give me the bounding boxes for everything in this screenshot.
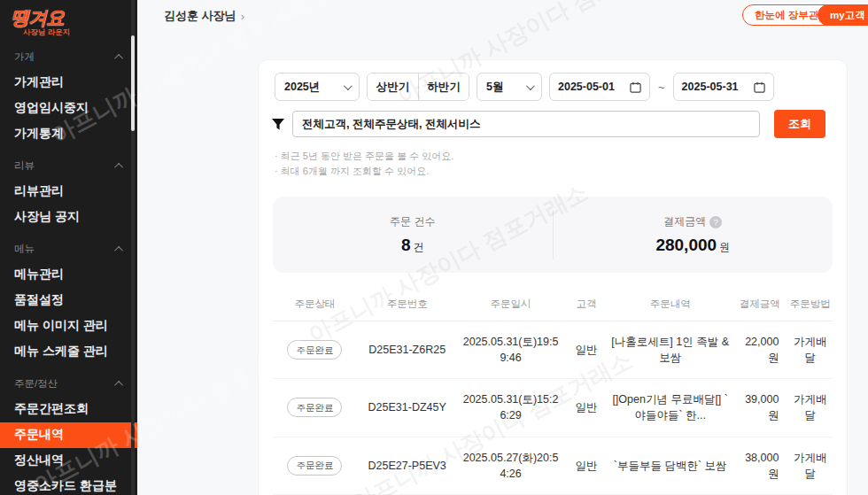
order-count-unit: 건 — [414, 241, 424, 253]
year-select[interactable]: 2025년 — [275, 73, 360, 101]
col-number: 주문번호 — [357, 289, 458, 321]
first-half-button[interactable]: 상반기 — [368, 73, 418, 100]
chevron-up-icon — [114, 380, 123, 389]
sidebar-item-order-quick-lookup[interactable]: 주문간편조회 — [0, 397, 137, 422]
chevron-down-icon — [526, 81, 535, 90]
nav-section-menu[interactable]: 메뉴 — [14, 243, 123, 256]
table-row[interactable]: 주문완료 D25E31-DZ45Y 2025.05.31(토)15:26:29 … — [273, 379, 833, 437]
date-range-tilde: ~ — [658, 81, 665, 94]
order-amount: 39,000원 — [732, 379, 787, 437]
order-method: 가게배달 — [787, 379, 833, 437]
brand-logo: 땡겨요 사장님 라운지 — [0, 0, 137, 36]
condition-filter-row: 조회 — [271, 110, 825, 138]
sidebar-item-soldout-setting[interactable]: 품절설정 — [0, 288, 137, 313]
sidebar-item-pause-business[interactable]: 영업임시중지 — [0, 96, 137, 121]
status-badge: 주문완료 — [287, 340, 342, 360]
date-to-value: 2025-05-31 — [682, 81, 739, 93]
order-count-value: 8건 — [401, 236, 424, 255]
chevron-up-icon — [114, 162, 123, 171]
year-select-value: 2025년 — [284, 80, 320, 95]
order-datetime: 2025.05.27(화)20:54:26 — [458, 437, 564, 494]
sidebar-scrollbar-thumb[interactable] — [131, 35, 135, 131]
nav-section-label: 주문/정산 — [14, 377, 58, 391]
brand-logo-subtext: 사장님 라운지 — [23, 28, 137, 36]
status-badge: 주문완료 — [287, 398, 342, 417]
payment-amount-block: 결제금액 ? 280,000원 — [554, 197, 833, 273]
calendar-icon — [630, 81, 641, 93]
chevron-right-icon: › — [241, 10, 244, 23]
sidebar-item-menu-manage[interactable]: 메뉴관리 — [0, 262, 137, 288]
sidebar-item-order-history[interactable]: 주문내역 — [0, 422, 137, 448]
sidebar-item-menu-image[interactable]: 메뉴 이미지 관리 — [0, 313, 137, 339]
calendar-icon — [754, 81, 765, 93]
note-line: 최근 5년 동안 받은 주문을 볼 수 있어요. — [275, 149, 847, 164]
nav-section-label: 리뷰 — [14, 159, 35, 173]
order-count-label: 주문 건수 — [390, 214, 435, 229]
col-method: 주문방법 — [787, 289, 833, 321]
col-details: 주문내역 — [608, 289, 732, 321]
filter-conditions-input[interactable] — [292, 111, 760, 137]
breadcrumb[interactable]: 김성훈 사장님 › — [164, 8, 244, 24]
sidebar-item-store-manage[interactable]: 가게관리 — [0, 70, 137, 96]
table-row[interactable]: 주문완료 D25E27-P5EV3 2025.05.27(화)20:54:26 … — [273, 437, 833, 494]
col-amount: 결제금액 — [732, 289, 787, 321]
date-to-input[interactable]: 2025-05-31 — [673, 73, 774, 101]
payment-amount-value: 280,000원 — [655, 236, 730, 255]
order-details: []Open기념 무료배달[] `야들야들` 한... — [608, 379, 732, 437]
order-method: 가게배달 — [787, 321, 833, 379]
nav-section-review[interactable]: 리뷰 — [14, 159, 123, 173]
month-select[interactable]: 5월 — [477, 73, 542, 101]
chevron-up-icon — [114, 245, 123, 254]
note-line: 최대 6개월 까지 조회할 수 있어요. — [275, 164, 847, 179]
orders-table: 주문상태 주문번호 주문일시 고객 주문내역 결제금액 주문방법 주문완료 D2… — [273, 289, 833, 495]
payment-amount-label: 결제금액 ? — [663, 214, 722, 229]
month-select-value: 5월 — [486, 80, 503, 95]
payment-amount-number: 280,000 — [655, 236, 717, 254]
sidebar-item-store-stats[interactable]: 가게통계 — [0, 121, 137, 147]
order-count-number: 8 — [401, 236, 411, 254]
sidebar-item-menu-schedule[interactable]: 메뉴 스케줄 관리 — [0, 339, 137, 365]
sidebar-item-settlement-history[interactable]: 정산내역 — [0, 448, 137, 474]
order-number: D25E31-DZ45Y — [357, 379, 458, 437]
date-from-input[interactable]: 2025-05-01 — [549, 73, 650, 101]
sidebar-item-owner-notice[interactable]: 사장님 공지 — [0, 205, 137, 230]
nav-section-order-settlement[interactable]: 주문/정산 — [14, 377, 123, 391]
col-status: 주문상태 — [273, 289, 357, 321]
order-details: [나홀로세트] 1인 족발 & 보쌈 — [608, 321, 732, 379]
help-notes: 최근 5년 동안 받은 주문을 볼 수 있어요. 최대 6개월 까지 조회할 수… — [275, 149, 847, 179]
sidebar-nav: 가게 가게관리 영업임시중지 가게통계 리뷰 리뷰관리 사장님 공지 메뉴 메뉴… — [0, 36, 137, 495]
search-button[interactable]: 조회 — [774, 110, 825, 138]
col-datetime: 주문일시 — [458, 289, 564, 321]
order-customer: 일반 — [564, 379, 609, 437]
table-row[interactable]: 주문완료 D25E31-Z6R25 2025.05.31(토)19:59:46 … — [273, 321, 833, 379]
period-filter-row: 2025년 상반기 하반기 5월 2025-05-01 ~ 2025-05-31 — [275, 73, 847, 101]
order-datetime: 2025.05.31(토)19:59:46 — [458, 321, 564, 379]
order-method: 가게배달 — [787, 437, 833, 494]
chevron-down-icon — [344, 81, 353, 90]
order-amount: 38,000원 — [732, 437, 787, 494]
col-customer: 고객 — [564, 289, 609, 321]
question-mark-icon[interactable]: ? — [709, 216, 722, 228]
payment-amount-unit: 원 — [719, 241, 730, 253]
sidebar-item-card-refund[interactable]: 영중소카드 환급분 — [0, 474, 137, 495]
order-amount: 22,000원 — [732, 321, 787, 379]
second-half-button[interactable]: 하반기 — [418, 73, 469, 100]
order-number: D25E27-P5EV3 — [357, 437, 458, 494]
half-year-segment: 상반기 하반기 — [367, 73, 469, 101]
my-customer-service-button[interactable]: my고객 서비스 — [818, 4, 868, 26]
user-name: 김성훈 사장님 — [164, 8, 236, 24]
filter-funnel-icon[interactable] — [271, 118, 285, 131]
sidebar-item-review-manage[interactable]: 리뷰관리 — [0, 179, 137, 205]
order-number: D25E31-Z6R25 — [357, 321, 458, 379]
topbar: 김성훈 사장님 › 한눈에 장부관리 my고객 서비스 — [137, 0, 868, 30]
payment-amount-label-text: 결제금액 — [663, 214, 706, 229]
date-from-value: 2025-05-01 — [558, 81, 615, 93]
brand-logo-text: 땡겨요 — [11, 8, 137, 27]
chevron-up-icon — [114, 53, 123, 62]
orders-table-section: 주문상태 주문번호 주문일시 고객 주문내역 결제금액 주문방법 주문완료 D2… — [273, 289, 833, 495]
order-details: `부들부들 담백한` 보쌈 — [608, 437, 732, 494]
nav-section-label: 메뉴 — [14, 243, 35, 256]
sidebar: 땡겨요 사장님 라운지 가게 가게관리 영업임시중지 가게통계 리뷰 리뷰관리 … — [0, 0, 137, 495]
nav-section-store[interactable]: 가게 — [14, 50, 123, 64]
summary-card: 주문 건수 8건 결제금액 ? 280,000원 — [273, 197, 833, 273]
